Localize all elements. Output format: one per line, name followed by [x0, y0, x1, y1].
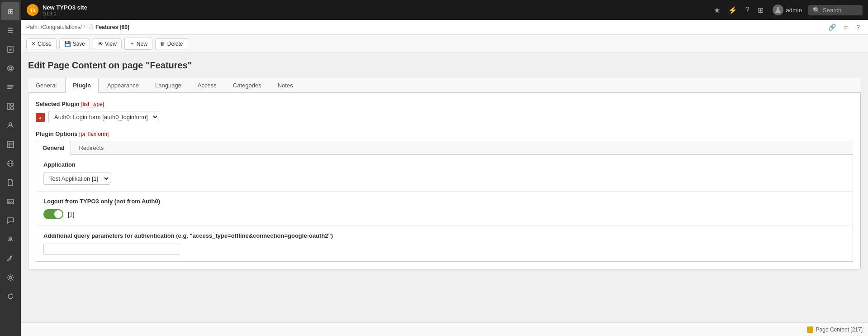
new-icon: ＋ [129, 40, 135, 48]
save-button[interactable]: 💾 Save [59, 38, 90, 49]
sidebar-icon-grid[interactable]: ⊞ [1, 2, 19, 20]
sidebar-icon-page[interactable] [1, 40, 19, 58]
view-button[interactable]: 👁 View [93, 38, 122, 49]
logout-toggle[interactable] [43, 209, 63, 219]
tab-appearance[interactable]: Appearance [100, 78, 147, 92]
svg-text:T3: T3 [30, 8, 35, 13]
sidebar-icon-text[interactable] [1, 78, 19, 96]
app-version: 10.3.0 [43, 11, 87, 16]
breadcrumb-actions: 🔗 ☆ ? [825, 23, 863, 32]
application-select[interactable]: Test Applikation [1] [43, 173, 110, 185]
bookmark-icon[interactable]: ★ [711, 4, 723, 16]
query-params-input[interactable] [43, 244, 179, 255]
svg-rect-9 [11, 103, 14, 106]
application-title: Application [43, 161, 845, 168]
toolbar: ✕ Close 💾 Save 👁 View ＋ New 🗑 Delete [21, 35, 868, 53]
breadcrumb-path: /Congratulations/ [41, 24, 82, 30]
plugin-tab-content: Selected Plugin [list_type] A Auth0: Log… [28, 93, 861, 269]
tab-categories[interactable]: Categories [225, 78, 269, 92]
breadcrumb-prefix: Path: [26, 24, 39, 30]
svg-rect-10 [11, 107, 14, 110]
plugin-select[interactable]: Auth0: Login form [auth0_loginform] [48, 111, 159, 123]
query-params-title: Additional query parameters for authenti… [43, 232, 845, 239]
sidebar-icon-view[interactable] [1, 59, 19, 77]
sidebar-icon-gear[interactable] [1, 269, 19, 287]
search-icon: 🔍 [813, 7, 820, 14]
breadcrumb-current: Features [80] [95, 24, 129, 30]
svg-rect-8 [7, 103, 10, 110]
plugin-options-area: Plugin Options [pi_flexform] General Red… [36, 130, 853, 262]
flash-icon[interactable]: ⚡ [726, 4, 740, 16]
question-icon[interactable]: ? [854, 23, 863, 32]
sidebar-icon-file[interactable] [1, 173, 19, 192]
breadcrumb-bar: Path: /Congratulations/ / 📄 Features [80… [21, 20, 868, 35]
breadcrumb-separator: / [84, 24, 85, 30]
svg-rect-7 [7, 88, 12, 89]
main-tabs: General Plugin Appearance Language Acces… [28, 78, 861, 93]
sidebar-icon-user[interactable] [1, 116, 19, 134]
logout-title: Logout from TYPO3 only (not from Auth0) [43, 198, 845, 205]
apps-icon[interactable]: ⊞ [755, 4, 766, 16]
inner-form-content: Application Test Applikation [1] Logout … [36, 155, 853, 262]
help-icon[interactable]: ? [743, 4, 752, 16]
application-section: Application Test Applikation [1] [36, 155, 853, 192]
sidebar-icon-table[interactable] [1, 135, 19, 154]
sidebar-icon-wrench[interactable] [1, 250, 19, 268]
query-params-section: Additional query parameters for authenti… [36, 226, 853, 261]
svg-point-21 [10, 239, 11, 240]
tab-language[interactable]: Language [147, 78, 189, 92]
external-link-icon[interactable]: 🔗 [825, 23, 839, 32]
close-icon: ✕ [31, 41, 36, 47]
save-icon: 💾 [64, 41, 71, 47]
user-menu[interactable]: admin [769, 3, 806, 17]
sidebar-icon-content[interactable] [1, 97, 19, 115]
tab-notes[interactable]: Notes [270, 78, 301, 92]
avatar [773, 5, 783, 15]
status-dot-icon [807, 326, 813, 333]
selected-plugin-label: Selected Plugin [list_type] [36, 101, 853, 107]
search-bar[interactable]: 🔍 Search [808, 5, 863, 15]
svg-rect-12 [7, 141, 14, 148]
new-button[interactable]: ＋ New [124, 38, 152, 50]
topbar: T3 New TYPO3 site 10.3.0 ★ ⚡ ? ⊞ admin 🔍… [21, 0, 868, 20]
breadcrumb-page-icon: 📄 [87, 24, 94, 30]
plugin-field-name: [list_type] [81, 101, 104, 107]
app-name: New TYPO3 site [43, 4, 87, 11]
page-title: Edit Page Content on page "Features" [28, 60, 861, 71]
inner-tabs: General Redirects [36, 141, 853, 155]
application-select-wrap: Test Applikation [1] [43, 173, 845, 185]
sidebar-icon-bubble[interactable] [1, 211, 19, 230]
username: admin [786, 7, 802, 14]
breadcrumb: Path: /Congratulations/ / 📄 Features [80… [26, 24, 129, 30]
tab-general[interactable]: General [28, 78, 64, 92]
sidebar-icon-rocket[interactable] [1, 230, 19, 249]
inner-tab-general[interactable]: General [36, 141, 71, 155]
svg-rect-5 [7, 85, 14, 86]
close-label: Close [38, 41, 52, 47]
svg-point-20 [9, 201, 10, 202]
plugin-options-label: Plugin Options [pi_flexform] [36, 130, 853, 137]
sidebar-icon-globe[interactable] [1, 154, 19, 173]
sidebar-icon-image[interactable] [1, 192, 19, 211]
sidebar-icon-refresh[interactable] [1, 288, 19, 306]
tab-access[interactable]: Access [190, 78, 224, 92]
topbar-actions: ★ ⚡ ? ⊞ admin 🔍 Search [711, 3, 863, 17]
svg-point-4 [9, 67, 12, 70]
toggle-slider [43, 209, 63, 219]
svg-point-26 [777, 7, 779, 10]
tab-plugin[interactable]: Plugin [65, 78, 99, 93]
inner-tab-redirects[interactable]: Redirects [72, 141, 110, 154]
close-button[interactable]: ✕ Close [26, 38, 57, 49]
delete-label: Delete [167, 41, 183, 47]
star-icon[interactable]: ☆ [840, 23, 852, 32]
content-area: Edit Page Content on page "Features" Gen… [21, 53, 868, 322]
delete-icon: 🗑 [160, 41, 166, 47]
status-label: Page Content [217] [816, 326, 863, 333]
main-area: T3 New TYPO3 site 10.3.0 ★ ⚡ ? ⊞ admin 🔍… [21, 0, 868, 336]
sidebar-icon-list[interactable]: ☰ [1, 21, 19, 39]
view-icon: 👁 [98, 41, 103, 47]
delete-button[interactable]: 🗑 Delete [155, 38, 188, 49]
typo3-logo-icon: T3 [26, 4, 39, 16]
logout-toggle-value: [1] [68, 211, 74, 218]
svg-text:A: A [39, 116, 41, 119]
